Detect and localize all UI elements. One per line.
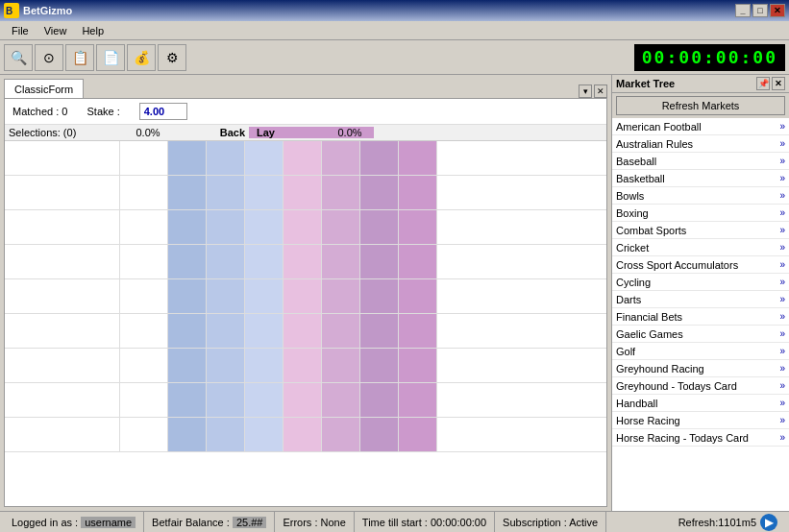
back3-cell[interactable] xyxy=(168,418,207,451)
back2-cell[interactable] xyxy=(207,141,245,175)
lay1-cell[interactable] xyxy=(284,383,322,417)
lay3-cell[interactable] xyxy=(360,418,399,451)
market-list-item[interactable]: Darts» xyxy=(612,291,789,308)
form-header: Matched : 0 Stake : xyxy=(5,99,606,125)
lay2-cell[interactable] xyxy=(322,418,360,451)
market-list-item[interactable]: Baseball» xyxy=(612,153,789,170)
panel-close-button[interactable]: ✕ xyxy=(772,77,785,90)
selection-cell xyxy=(5,245,120,278)
market-list-item[interactable]: Cycling» xyxy=(612,274,789,291)
menu-view[interactable]: View xyxy=(37,23,75,38)
lay3-cell[interactable] xyxy=(360,314,399,348)
back1-cell[interactable] xyxy=(245,383,284,417)
back1-cell[interactable] xyxy=(245,176,284,209)
money-button[interactable]: 💰 xyxy=(127,44,156,71)
market-list-item[interactable]: Handball» xyxy=(612,395,789,412)
back3-cell[interactable] xyxy=(168,383,207,417)
market-item-label: Financial Bets xyxy=(616,311,779,323)
market-list-item[interactable]: Cross Sport Accumulators» xyxy=(612,256,789,274)
lay3-cell[interactable] xyxy=(360,279,399,313)
back3-cell[interactable] xyxy=(168,176,207,209)
back2-cell[interactable] xyxy=(207,383,245,417)
maximize-button[interactable]: □ xyxy=(752,4,768,17)
lay1-cell[interactable] xyxy=(284,279,322,313)
market-list-item[interactable]: Basketball» xyxy=(612,170,789,187)
expand-arrow-icon: » xyxy=(779,294,785,304)
lay2-cell[interactable] xyxy=(322,141,360,175)
back1-cell[interactable] xyxy=(245,349,284,382)
settings-button[interactable]: ⚙ xyxy=(158,44,186,71)
lay2-cell[interactable] xyxy=(322,245,360,278)
lay1-cell[interactable] xyxy=(284,418,322,451)
back2-cell[interactable] xyxy=(207,245,245,278)
lay1-cell[interactable] xyxy=(284,141,322,175)
back1-cell[interactable] xyxy=(245,141,284,175)
back2-cell[interactable] xyxy=(207,210,245,244)
panel-pin-button[interactable]: 📌 xyxy=(756,77,770,90)
lay2-cell[interactable] xyxy=(322,210,360,244)
lay3-cell[interactable] xyxy=(360,176,399,209)
lay3-cell[interactable] xyxy=(360,383,399,417)
back1-cell[interactable] xyxy=(245,418,284,451)
market-list-item[interactable]: Greyhound Racing» xyxy=(612,360,789,377)
back3-cell[interactable] xyxy=(168,245,207,278)
market-list-item[interactable]: Boxing» xyxy=(612,205,789,222)
back2-cell[interactable] xyxy=(207,279,245,313)
back1-cell[interactable] xyxy=(245,314,284,348)
market-list-item[interactable]: American Football» xyxy=(612,118,789,135)
market-list-item[interactable]: Gaelic Games» xyxy=(612,326,789,343)
lay1-cell[interactable] xyxy=(284,210,322,244)
menu-file[interactable]: File xyxy=(4,23,37,38)
market-list-item[interactable]: Cricket» xyxy=(612,239,789,256)
market-list-item[interactable]: Financial Bets» xyxy=(612,308,789,326)
lay1-cell[interactable] xyxy=(284,314,322,348)
search-button[interactable]: 🔍 xyxy=(4,44,33,71)
market-list-item[interactable]: Bowls» xyxy=(612,187,789,205)
back3-cell[interactable] xyxy=(168,210,207,244)
back2-cell[interactable] xyxy=(207,349,245,382)
refresh-markets-button[interactable]: Refresh Markets xyxy=(616,96,785,115)
market-list-item[interactable]: Greyhound - Todays Card» xyxy=(612,377,789,395)
refresh-button[interactable]: ⊙ xyxy=(35,44,63,71)
market-item-label: Cricket xyxy=(616,242,779,254)
lay3-cell[interactable] xyxy=(360,349,399,382)
lay2-cell[interactable] xyxy=(322,314,360,348)
back3-cell[interactable] xyxy=(168,279,207,313)
market-list-item[interactable]: Golf» xyxy=(612,343,789,360)
back2-cell[interactable] xyxy=(207,314,245,348)
lay2-cell[interactable] xyxy=(322,176,360,209)
lay1-cell[interactable] xyxy=(284,245,322,278)
layout-button[interactable]: 📋 xyxy=(65,44,94,71)
back2-cell[interactable] xyxy=(207,418,245,451)
stake-input[interactable] xyxy=(139,103,187,120)
market-list-item[interactable]: Australian Rules» xyxy=(612,135,789,153)
logged-in-value: username xyxy=(81,517,136,528)
lay1-cell[interactable] xyxy=(284,349,322,382)
minimize-button[interactable]: _ xyxy=(735,4,751,17)
lay2-cell[interactable] xyxy=(322,383,360,417)
lay3-cell[interactable] xyxy=(360,245,399,278)
lay2-cell[interactable] xyxy=(322,279,360,313)
back3-cell[interactable] xyxy=(168,141,207,175)
back1-cell[interactable] xyxy=(245,279,284,313)
back1-cell[interactable] xyxy=(245,245,284,278)
expand-arrow-icon: » xyxy=(779,432,785,443)
lay3-cell[interactable] xyxy=(360,210,399,244)
back3-cell[interactable] xyxy=(168,314,207,348)
refresh-icon[interactable]: ▶ xyxy=(760,514,777,531)
menu-help[interactable]: Help xyxy=(74,23,111,38)
back2-cell[interactable] xyxy=(207,176,245,209)
back1-cell[interactable] xyxy=(245,210,284,244)
close-button[interactable]: ✕ xyxy=(770,4,785,17)
classic-form-tab[interactable]: ClassicForm xyxy=(4,79,84,98)
document-button[interactable]: 📄 xyxy=(96,44,125,71)
market-list-item[interactable]: Combat Sports» xyxy=(612,222,789,239)
back3-cell[interactable] xyxy=(168,349,207,382)
market-list-item[interactable]: Horse Racing - Todays Card» xyxy=(612,429,789,447)
market-list-item[interactable]: Horse Racing» xyxy=(612,412,789,429)
lay1-cell[interactable] xyxy=(284,176,322,209)
lay2-cell[interactable] xyxy=(322,349,360,382)
tab-close-button[interactable]: ✕ xyxy=(594,85,607,98)
tab-dropdown-button[interactable]: ▾ xyxy=(579,85,592,98)
lay3-cell[interactable] xyxy=(360,141,399,175)
